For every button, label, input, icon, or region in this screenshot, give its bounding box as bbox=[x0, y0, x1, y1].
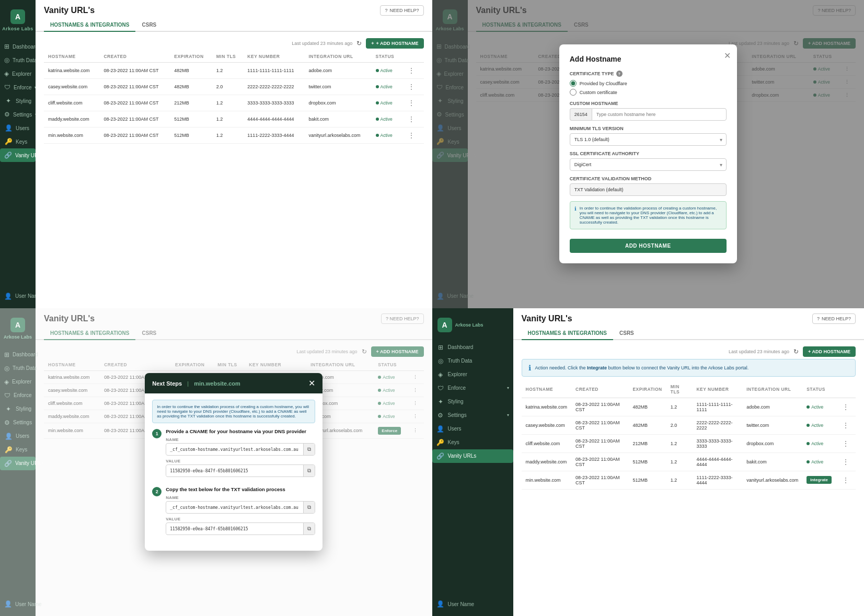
modal-overlay-tr: Add Hostname ✕ CERTIFICATE TYPE ? Provid… bbox=[432, 0, 865, 308]
modal-submit-button[interactable]: ADD HOSTNAME bbox=[570, 239, 727, 253]
col-integration-url: INTEGRATION URL bbox=[304, 51, 371, 63]
sidebar-dashboard-br[interactable]: ⊞ Dashboard bbox=[432, 341, 513, 354]
next-steps-overlay: Next Steps | min.website.com ✕ In order … bbox=[0, 308, 432, 617]
last-updated-text: Last updated 23 minutes ago bbox=[292, 41, 352, 46]
more-btn-br-5[interactable]: ⋮ bbox=[840, 476, 851, 484]
radio-cloudflare[interactable]: Provided by Cloudflare bbox=[570, 80, 727, 87]
tab-hostnames[interactable]: HOSTNAMES & INTEGRATIONS bbox=[44, 19, 135, 32]
sidebar-truth-br[interactable]: ◎ Truth Data bbox=[432, 354, 513, 368]
styling-icon: ✦ bbox=[4, 97, 13, 104]
next-steps-close-button[interactable]: ✕ bbox=[308, 378, 315, 388]
tab-csrs-br[interactable]: CSRS bbox=[613, 327, 640, 340]
enforce-icon: 🛡 bbox=[4, 84, 10, 91]
refresh-button[interactable]: ↻ bbox=[356, 40, 362, 47]
more-btn-br-4[interactable]: ⋮ bbox=[840, 458, 851, 466]
dashboard-icon: ⊞ bbox=[4, 43, 9, 50]
custom-hostname-input[interactable] bbox=[592, 108, 727, 121]
sidebar-item-styling[interactable]: ✦ Styling bbox=[0, 94, 36, 108]
sidebar-item-enforce[interactable]: 🛡 Enforce ▾ bbox=[0, 80, 36, 94]
add-hostname-button[interactable]: + + ADD HOSTNAME bbox=[366, 38, 423, 49]
sidebar-settings-br[interactable]: ⚙ Settings ▾ bbox=[432, 409, 513, 422]
step-1-name-copy-button[interactable]: ⧉ bbox=[303, 444, 315, 455]
more-btn-br-1[interactable]: ⋮ bbox=[840, 403, 851, 411]
step-1-value-copy-button[interactable]: ⧉ bbox=[303, 465, 315, 476]
more-btn-br-3[interactable]: ⋮ bbox=[840, 439, 851, 448]
app-logo-br: A Arkose Labs bbox=[432, 313, 513, 336]
custom-hostname-label: CUSTOM HOSTNAME bbox=[570, 101, 727, 106]
step-1-title: Provide a CNAME for your hostname via yo… bbox=[166, 428, 315, 434]
step-2: 2 Copy the text below for the TXT valida… bbox=[152, 486, 315, 538]
col-expiration: EXPIRATION bbox=[170, 51, 212, 63]
tab-hostnames-br[interactable]: HOSTNAMES & INTEGRATIONS bbox=[522, 327, 613, 340]
next-steps-modal: Next Steps | min.website.com ✕ In order … bbox=[145, 373, 322, 551]
hostnames-table: HOSTNAME CREATED EXPIRATION MIN TLS KEY … bbox=[44, 51, 424, 144]
next-steps-info: In order to continue the validation proc… bbox=[152, 400, 315, 423]
step-2-value-copy-button[interactable]: ⧉ bbox=[303, 523, 315, 534]
min-tls-select-wrapper: TLS 1.0 (default) TLS 1.1 TLS 1.2 TLS 1.… bbox=[570, 133, 727, 146]
row-more-button[interactable]: ⋮ bbox=[406, 99, 417, 107]
need-help-button[interactable]: ? NEED HELP? bbox=[380, 5, 423, 16]
integrate-button[interactable]: Integrate bbox=[807, 476, 832, 484]
row-more-button[interactable]: ⋮ bbox=[406, 131, 417, 140]
refresh-button-br[interactable]: ↻ bbox=[793, 348, 799, 355]
sidebar-item-explorer[interactable]: ◈ Explorer bbox=[0, 67, 36, 80]
action-banner: ℹ Action needed. Click the Integrate but… bbox=[522, 359, 856, 377]
question-icon: ? bbox=[385, 8, 387, 13]
col-status: STATUS bbox=[372, 51, 402, 63]
col-min-tls: MIN TLS bbox=[212, 51, 244, 63]
step-1: 1 Provide a CNAME for your hostname via … bbox=[152, 428, 315, 480]
sidebar-styling-br[interactable]: ✦ Styling bbox=[432, 395, 513, 409]
row-more-button[interactable]: ⋮ bbox=[406, 115, 417, 123]
sidebar-item-users[interactable]: 👤 Users bbox=[0, 121, 36, 135]
sidebar-item-settings[interactable]: ⚙ Settings ▾ bbox=[0, 108, 36, 121]
more-btn-br-2[interactable]: ⋮ bbox=[840, 421, 851, 429]
page-title-br: Vanity URL's bbox=[522, 314, 572, 323]
ssl-select[interactable]: DigiCert Let's Encrypt Other bbox=[570, 158, 727, 171]
sidebar-explorer-br[interactable]: ◈ Explorer bbox=[432, 368, 513, 381]
add-hostname-modal: Add Hostname ✕ CERTIFICATE TYPE ? Provid… bbox=[559, 44, 737, 263]
col-key-number: KEY NUMBER bbox=[243, 51, 304, 63]
table-row: katrina.website.com 08-23-2022 11:00AM C… bbox=[44, 63, 424, 79]
sidebar-keys-br[interactable]: 🔑 Keys bbox=[432, 436, 513, 449]
settings-icon: ⚙ bbox=[4, 111, 10, 118]
step-1-name-value: _cf_custom-hostname.vanityurltest.arkose… bbox=[166, 445, 303, 455]
info-icon-br: ℹ bbox=[528, 364, 531, 372]
row-more-button[interactable]: ⋮ bbox=[406, 66, 417, 75]
add-hostname-button-br[interactable]: + ADD HOSTNAME bbox=[803, 346, 856, 357]
question-icon-br: ? bbox=[817, 316, 820, 321]
cert-type-label: CERTIFICATE TYPE ? bbox=[570, 71, 727, 77]
radio-custom[interactable]: Custom certificate bbox=[570, 89, 727, 96]
need-help-button-br[interactable]: ? NEED HELP? bbox=[812, 313, 856, 324]
sidebar-item-keys[interactable]: 🔑 Keys bbox=[0, 135, 36, 148]
sidebar-users-br[interactable]: 👤 Users bbox=[432, 422, 513, 436]
row-more-button[interactable]: ⋮ bbox=[406, 83, 417, 91]
sidebar-user-br[interactable]: 👤 User Name bbox=[432, 597, 513, 611]
app-logo: A Arkose Labs bbox=[0, 5, 36, 36]
tab-csrs[interactable]: CSRS bbox=[135, 19, 163, 32]
step-2-name-copy-button[interactable]: ⧉ bbox=[303, 502, 315, 513]
step-2-name-value: _cf_custom-hostname.vanityurltest.arkose… bbox=[166, 503, 303, 513]
sidebar-vanity-br[interactable]: 🔗 Vanity URLs bbox=[432, 449, 513, 463]
step-2-name-label: NAME bbox=[166, 495, 315, 500]
min-tls-select[interactable]: TLS 1.0 (default) TLS 1.1 TLS 1.2 TLS 1.… bbox=[570, 133, 727, 146]
modal-close-button[interactable]: ✕ bbox=[724, 51, 731, 61]
users-icon-br: 👤 bbox=[436, 425, 445, 433]
sidebar-item-truth-data[interactable]: ◎ Truth Data bbox=[0, 53, 36, 67]
enforce-icon-br: 🛡 bbox=[436, 385, 445, 392]
sidebar-item-dashboard[interactable]: ⊞ Dashboard bbox=[0, 40, 36, 53]
sidebar-item-label: Dashboard bbox=[13, 44, 38, 50]
col-hostname: HOSTNAME bbox=[44, 51, 99, 63]
sidebar-item-user[interactable]: 👤 User Name bbox=[0, 289, 36, 303]
table-row-br: cliff.website.com 08-23-2022 11:00AM CST… bbox=[522, 434, 856, 452]
sidebar-enforce-br[interactable]: 🛡 Enforce ▾ bbox=[432, 381, 513, 395]
vanity-urls-icon: 🔗 bbox=[4, 152, 12, 159]
sidebar-item-vanity-urls[interactable]: 🔗 Vanity URLs bbox=[0, 148, 36, 162]
ssl-select-wrapper: DigiCert Let's Encrypt Other bbox=[570, 158, 727, 171]
table-row: maddy.website.com 08-23-2022 11:00AM CST… bbox=[44, 111, 424, 127]
table-row-br: maddy.website.com 08-23-2022 11:00AM CST… bbox=[522, 452, 856, 471]
hostname-prefix: 26154 bbox=[570, 108, 592, 121]
last-updated-br: Last updated 23 minutes ago bbox=[729, 349, 789, 354]
cert-type-radio-group: Provided by Cloudflare Custom certificat… bbox=[570, 80, 727, 96]
step-1-value-label: VALUE bbox=[166, 459, 315, 463]
col-created: CREATED bbox=[99, 51, 170, 63]
